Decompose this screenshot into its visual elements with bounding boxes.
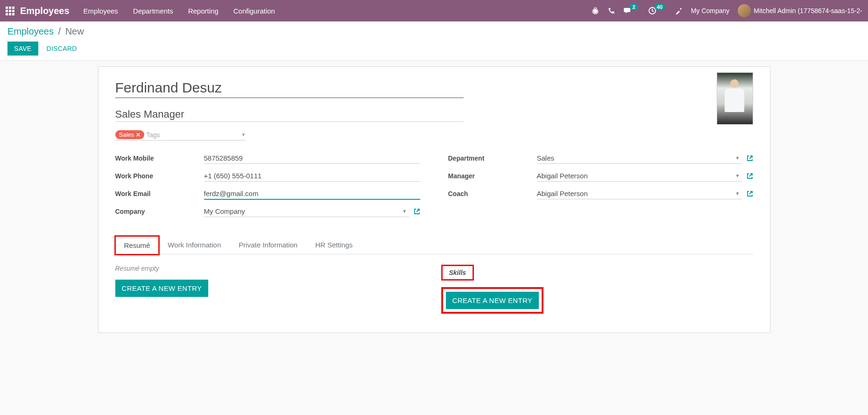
tools-icon[interactable]	[675, 7, 683, 14]
tag-label: Sales	[119, 131, 134, 138]
tags-field[interactable]: Sales ✕ Tags ▼	[115, 130, 246, 141]
nav-reporting[interactable]: Reporting	[188, 7, 219, 15]
resume-empty-text: Resumé empty	[115, 265, 427, 272]
external-link-icon[interactable]	[747, 173, 753, 179]
tags-placeholder: Tags	[146, 131, 241, 139]
department-value: Sales	[537, 154, 734, 162]
nav-employees[interactable]: Employees	[84, 7, 118, 15]
chevron-down-icon[interactable]: ▼	[735, 155, 740, 161]
company-select[interactable]: My Company ▼	[204, 206, 409, 217]
tab-hr-settings[interactable]: HR Settings	[306, 236, 361, 254]
nav-configuration[interactable]: Configuration	[233, 7, 275, 15]
breadcrumb-root[interactable]: Employees	[7, 26, 54, 36]
manager-select[interactable]: Abigail Peterson ▼	[537, 170, 742, 182]
label-work-mobile: Work Mobile	[115, 155, 204, 162]
chevron-down-icon[interactable]: ▼	[241, 132, 246, 137]
label-work-phone: Work Phone	[115, 172, 204, 180]
company-value: My Company	[204, 207, 401, 215]
nav-departments[interactable]: Departments	[133, 7, 173, 15]
avatar	[738, 4, 751, 17]
messages-badge: 2	[630, 4, 637, 10]
breadcrumb-current: New	[65, 26, 84, 36]
external-link-icon[interactable]	[747, 190, 753, 197]
manager-value: Abigail Peterson	[537, 172, 734, 180]
create-skills-entry-button[interactable]: CREATE A NEW ENTRY	[446, 292, 539, 309]
apps-icon[interactable]	[6, 7, 14, 15]
svg-point-0	[593, 9, 597, 14]
activities-badge: 40	[655, 4, 665, 10]
external-link-icon[interactable]	[414, 208, 420, 215]
label-work-email: Work Email	[115, 190, 204, 197]
tag-remove-icon[interactable]: ✕	[136, 132, 141, 138]
tab-private-information[interactable]: Private Information	[230, 236, 306, 254]
department-select[interactable]: Sales ▼	[537, 153, 742, 164]
label-department: Department	[448, 155, 537, 162]
app-brand[interactable]: Employees	[20, 6, 70, 16]
discard-button[interactable]: DISCARD	[40, 42, 84, 56]
tag-sales[interactable]: Sales ✕	[115, 130, 145, 139]
debug-icon[interactable]	[592, 7, 599, 14]
phone-icon[interactable]	[607, 7, 615, 14]
chevron-down-icon[interactable]: ▼	[735, 191, 740, 196]
company-switcher[interactable]: My Company	[691, 7, 729, 14]
work-email-input[interactable]	[204, 188, 420, 200]
work-phone-input[interactable]	[204, 170, 420, 182]
tab-resume[interactable]: Resumé	[115, 236, 159, 254]
company-label: My Company	[691, 7, 729, 14]
job-title-input[interactable]	[115, 107, 464, 122]
work-mobile-input[interactable]	[204, 153, 420, 164]
label-coach: Coach	[448, 190, 537, 197]
coach-select[interactable]: Abigail Peterson ▼	[537, 188, 742, 199]
create-resume-entry-button[interactable]: CREATE A NEW ENTRY	[115, 280, 209, 297]
external-link-icon[interactable]	[747, 155, 753, 162]
coach-value: Abigail Peterson	[537, 190, 734, 197]
user-label: Mitchell Admin (17758674-saas-15-2-	[754, 7, 862, 14]
skills-heading: Skills	[441, 265, 474, 281]
label-company: Company	[115, 208, 204, 215]
employee-name-input[interactable]	[115, 78, 464, 98]
chevron-down-icon[interactable]: ▼	[402, 209, 407, 214]
chevron-down-icon[interactable]: ▼	[735, 173, 740, 178]
activities-icon[interactable]: 40	[648, 7, 667, 15]
tab-work-information[interactable]: Work Information	[159, 236, 230, 254]
user-menu[interactable]: Mitchell Admin (17758674-saas-15-2-	[738, 4, 862, 17]
messages-icon[interactable]: 2	[623, 7, 639, 14]
save-button[interactable]: SAVE	[7, 42, 38, 56]
label-manager: Manager	[448, 172, 537, 180]
breadcrumb: Employees / New	[7, 26, 861, 37]
employee-photo[interactable]	[717, 72, 753, 125]
